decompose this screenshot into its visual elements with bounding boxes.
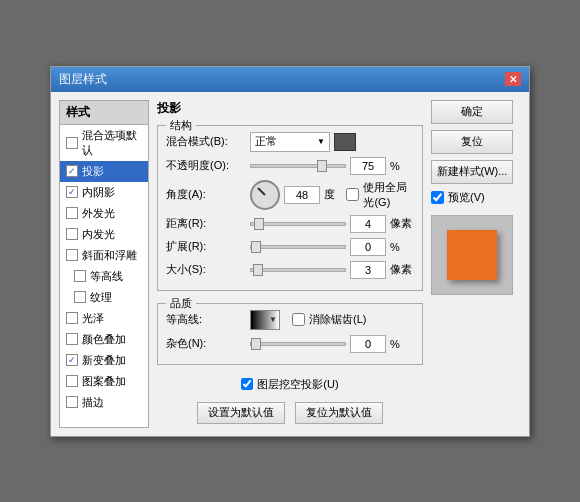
sidebar-item-contour[interactable]: 等高线 bbox=[60, 266, 148, 287]
global-light-check[interactable]: 使用全局光(G) bbox=[346, 180, 414, 210]
structure-group: 结构 混合模式(B): 正常 不透明度(O): % bbox=[157, 125, 423, 291]
stroke-checkbox[interactable] bbox=[66, 396, 78, 408]
right-panel: 确定 复位 新建样式(W)... 预览(V) bbox=[431, 100, 521, 428]
set-default-button[interactable]: 设置为默认值 bbox=[197, 402, 285, 424]
noise-thumb[interactable] bbox=[251, 338, 261, 350]
angle-input[interactable] bbox=[284, 186, 320, 204]
sidebar-item-stroke[interactable]: 描边 bbox=[60, 392, 148, 413]
section-title: 投影 bbox=[157, 100, 423, 117]
global-light-checkbox[interactable] bbox=[346, 188, 359, 201]
angle-unit: 度 bbox=[324, 187, 342, 202]
preview-label: 预览(V) bbox=[448, 190, 485, 205]
size-label: 大小(S): bbox=[166, 262, 246, 277]
sidebar-item-inner-glow[interactable]: 内发光 bbox=[60, 224, 148, 245]
reset-button[interactable]: 复位 bbox=[431, 130, 513, 154]
sidebar-item-blend[interactable]: 混合选项默认 bbox=[60, 125, 148, 161]
bevel-label: 斜面和浮雕 bbox=[82, 248, 137, 263]
remove-alias-check[interactable]: 消除锯齿(L) bbox=[292, 312, 366, 327]
distance-slider[interactable] bbox=[250, 222, 346, 226]
angle-row: 角度(A): 度 使用全局光(G) bbox=[166, 180, 414, 210]
angle-dial[interactable] bbox=[250, 180, 280, 210]
pattern-overlay-label: 图案叠加 bbox=[82, 374, 126, 389]
title-bar: 图层样式 ✕ bbox=[51, 67, 529, 92]
bevel-checkbox[interactable] bbox=[66, 249, 78, 261]
sidebar-item-shadow[interactable]: 投影 bbox=[60, 161, 148, 182]
inner-shadow-label: 内阴影 bbox=[82, 185, 115, 200]
contour-thumb[interactable] bbox=[250, 310, 280, 330]
remove-alias-checkbox[interactable] bbox=[292, 313, 305, 326]
noise-row: 杂色(N): % bbox=[166, 335, 414, 353]
contour-checkbox[interactable] bbox=[74, 270, 86, 282]
color-swatch[interactable] bbox=[334, 133, 356, 151]
distance-row: 距离(R): 像素 bbox=[166, 215, 414, 233]
sidebar-item-gradient-overlay[interactable]: 新变叠加 bbox=[60, 350, 148, 371]
ok-button[interactable]: 确定 bbox=[431, 100, 513, 124]
sidebar-header: 样式 bbox=[60, 101, 148, 125]
sidebar-item-inner-shadow[interactable]: 内阴影 bbox=[60, 182, 148, 203]
knockout-row: 图层挖空投影(U) bbox=[157, 377, 423, 392]
spread-thumb[interactable] bbox=[251, 241, 261, 253]
layer-style-dialog: 图层样式 ✕ 样式 混合选项默认 投影 内阴影 外发光 bbox=[50, 66, 530, 437]
outer-glow-checkbox[interactable] bbox=[66, 207, 78, 219]
quality-contour-label: 等高线: bbox=[166, 312, 246, 327]
opacity-input[interactable] bbox=[350, 157, 386, 175]
spread-input[interactable] bbox=[350, 238, 386, 256]
bottom-buttons: 设置为默认值 复位为默认值 bbox=[157, 398, 423, 428]
dialog-body: 样式 混合选项默认 投影 内阴影 外发光 内发光 bbox=[51, 92, 529, 436]
gradient-overlay-checkbox[interactable] bbox=[66, 354, 78, 366]
blend-mode-value: 正常 bbox=[255, 134, 277, 149]
inner-glow-label: 内发光 bbox=[82, 227, 115, 242]
noise-input[interactable] bbox=[350, 335, 386, 353]
contour-label: 等高线 bbox=[90, 269, 123, 284]
sidebar-item-bevel[interactable]: 斜面和浮雕 bbox=[60, 245, 148, 266]
distance-input[interactable] bbox=[350, 215, 386, 233]
pattern-overlay-checkbox[interactable] bbox=[66, 375, 78, 387]
spread-slider[interactable] bbox=[250, 245, 346, 249]
noise-label: 杂色(N): bbox=[166, 336, 246, 351]
quality-group: 品质 等高线: 消除锯齿(L) 杂色(N): bbox=[157, 303, 423, 365]
spread-label: 扩展(R): bbox=[166, 239, 246, 254]
outer-glow-label: 外发光 bbox=[82, 206, 115, 221]
close-button[interactable]: ✕ bbox=[505, 72, 521, 86]
distance-label: 距离(R): bbox=[166, 216, 246, 231]
spread-row: 扩展(R): % bbox=[166, 238, 414, 256]
reset-default-button[interactable]: 复位为默认值 bbox=[295, 402, 383, 424]
size-input[interactable] bbox=[350, 261, 386, 279]
knockout-label: 图层挖空投影(U) bbox=[257, 377, 338, 392]
opacity-label: 不透明度(O): bbox=[166, 158, 246, 173]
dialog-title: 图层样式 bbox=[59, 71, 107, 88]
inner-shadow-checkbox[interactable] bbox=[66, 186, 78, 198]
opacity-unit: % bbox=[390, 160, 414, 172]
contour-row: 等高线: 消除锯齿(L) bbox=[166, 310, 414, 330]
spread-unit: % bbox=[390, 241, 414, 253]
quality-legend: 品质 bbox=[166, 296, 196, 311]
opacity-thumb[interactable] bbox=[317, 160, 327, 172]
size-unit: 像素 bbox=[390, 262, 414, 277]
sidebar-item-texture[interactable]: 纹理 bbox=[60, 287, 148, 308]
size-slider[interactable] bbox=[250, 268, 346, 272]
sidebar-item-pattern-overlay[interactable]: 图案叠加 bbox=[60, 371, 148, 392]
blend-mode-label: 混合模式(B): bbox=[166, 134, 246, 149]
distance-thumb[interactable] bbox=[254, 218, 264, 230]
blend-checkbox[interactable] bbox=[66, 137, 78, 149]
preview-checkbox[interactable] bbox=[431, 191, 444, 204]
shadow-checkbox[interactable] bbox=[66, 165, 78, 177]
blend-mode-dropdown[interactable]: 正常 bbox=[250, 132, 330, 152]
opacity-slider[interactable] bbox=[250, 164, 346, 168]
size-thumb[interactable] bbox=[253, 264, 263, 276]
new-style-button[interactable]: 新建样式(W)... bbox=[431, 160, 513, 184]
opacity-row: 不透明度(O): % bbox=[166, 157, 414, 175]
noise-slider[interactable] bbox=[250, 342, 346, 346]
color-overlay-label: 颜色叠加 bbox=[82, 332, 126, 347]
satin-checkbox[interactable] bbox=[66, 312, 78, 324]
sidebar-item-satin[interactable]: 光泽 bbox=[60, 308, 148, 329]
color-overlay-checkbox[interactable] bbox=[66, 333, 78, 345]
inner-glow-checkbox[interactable] bbox=[66, 228, 78, 240]
texture-checkbox[interactable] bbox=[74, 291, 86, 303]
sidebar-item-outer-glow[interactable]: 外发光 bbox=[60, 203, 148, 224]
sidebar-item-color-overlay[interactable]: 颜色叠加 bbox=[60, 329, 148, 350]
sidebar: 样式 混合选项默认 投影 内阴影 外发光 内发光 bbox=[59, 100, 149, 428]
knockout-checkbox[interactable] bbox=[241, 378, 253, 390]
gradient-overlay-label: 新变叠加 bbox=[82, 353, 126, 368]
shadow-label: 投影 bbox=[82, 164, 104, 179]
